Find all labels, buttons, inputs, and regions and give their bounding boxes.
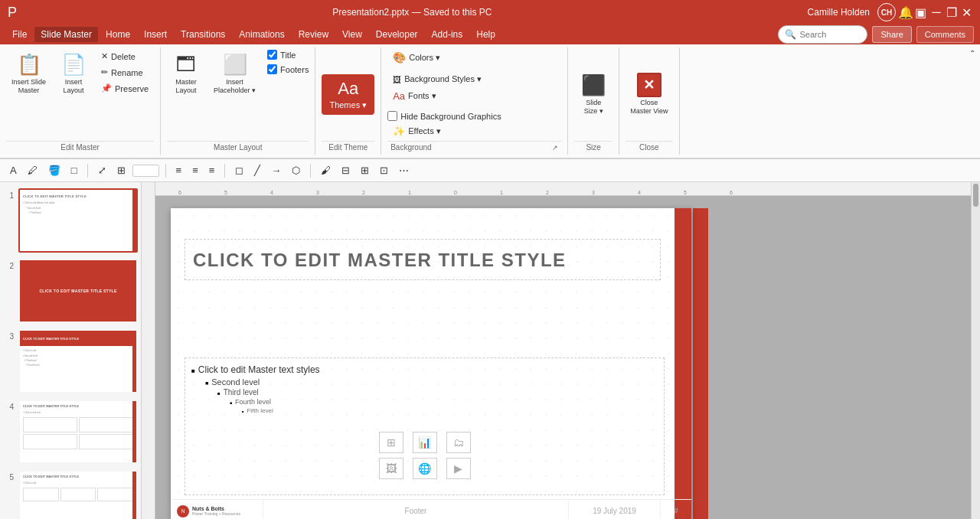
chart-icon[interactable]: 📊	[413, 432, 437, 453]
crop-button[interactable]: ⊡	[376, 162, 392, 178]
insert-slide-master-button[interactable]: 📋 Insert SlideMaster	[6, 49, 51, 99]
group-button[interactable]: ⊞	[357, 162, 373, 178]
background-styles-dropdown[interactable]: 🖼 Background Styles ▾	[387, 72, 551, 86]
bullet-2: ■	[205, 380, 208, 386]
slide-canvas-area[interactable]: CLICK TO EDIT MASTER TITLE STYLE ■ Click…	[155, 196, 971, 519]
table-icon[interactable]: ⊞	[379, 432, 403, 453]
fonts-dropdown[interactable]: Aa Fonts ▾	[387, 88, 561, 104]
hide-background-checkbox[interactable]	[387, 111, 397, 121]
close-master-view-button[interactable]: ✕ CloseMaster View	[626, 70, 672, 119]
menu-transitions[interactable]: Transitions	[175, 27, 231, 42]
arrange-button[interactable]: ⊞	[113, 162, 129, 178]
slide-preview-1[interactable]: CLICK TO EDIT MASTER TITLE STYLE • Click…	[18, 188, 138, 253]
master-layout-button[interactable]: 🗔 MasterLayout	[167, 49, 205, 99]
menu-review[interactable]: Review	[292, 27, 335, 42]
more-options-button[interactable]: ⋯	[395, 162, 413, 178]
align-left-button[interactable]: ≡	[172, 162, 186, 178]
shape-outline-button[interactable]: □	[67, 162, 81, 178]
slide-preview-5[interactable]: CLICK TO EDIT MASTER TITLE STYLE • Click…	[18, 470, 138, 519]
format-painter-button[interactable]: 🖌	[317, 162, 335, 178]
line-button[interactable]: ╱	[250, 162, 264, 178]
title-checkbox-row[interactable]: Title	[267, 49, 309, 60]
notification-bell-icon[interactable]: 🔔	[900, 7, 911, 18]
menu-developer[interactable]: Developer	[370, 27, 424, 42]
slides-panel[interactable]: 1 CLICK TO EDIT MASTER TITLE STYLE • Cli…	[0, 182, 142, 519]
footer-logo-subtitle: Power Training + Resources	[192, 511, 240, 516]
align-center-button[interactable]: ≡	[188, 162, 202, 178]
slide-size-button[interactable]: ⬛ SlideSize ▾	[574, 70, 612, 119]
shape-button[interactable]: ◻	[231, 162, 247, 178]
vertical-scrollbar[interactable]	[971, 182, 980, 519]
insert-layout-icon: 📄	[61, 53, 86, 77]
align-right-button[interactable]: ≡	[205, 162, 219, 178]
online-pictures-icon[interactable]: 🌐	[413, 458, 437, 479]
shapes-gallery-button[interactable]: ⬡	[288, 162, 304, 178]
slide-thumb-4[interactable]: 4 CLICK TO EDIT MASTER TITLE STYLE • Cli…	[3, 400, 138, 464]
themes-button[interactable]: Aa Themes ▾	[322, 74, 374, 115]
edit-master-label: Edit Master	[6, 141, 154, 153]
menu-slide-master[interactable]: Slide Master	[34, 27, 98, 42]
menu-add-ins[interactable]: Add-ins	[426, 27, 469, 42]
shape-fill-button[interactable]: 🪣	[44, 162, 64, 178]
slide-size-icon: ⬛	[581, 73, 606, 97]
preserve-button[interactable]: 📌 Preserve	[96, 81, 154, 96]
slide-thumb-2[interactable]: 2 CLICK TO EDIT MASTER TITLE STYLE	[3, 259, 138, 323]
ribbon-group-close: ✕ CloseMaster View Close	[619, 47, 679, 155]
transform-button[interactable]: ⤢	[94, 162, 110, 178]
picture-icon[interactable]: 🖼	[379, 458, 403, 479]
footers-checkbox-row[interactable]: Footers	[267, 64, 309, 75]
vertical-ruler	[142, 182, 155, 519]
menu-help[interactable]: Help	[470, 27, 501, 42]
slide-thumb-1[interactable]: 1 CLICK TO EDIT MASTER TITLE STYLE • Cli…	[3, 188, 138, 253]
scrollbar-thumb[interactable]	[973, 184, 978, 207]
main-slide[interactable]: CLICK TO EDIT MASTER TITLE STYLE ■ Click…	[171, 208, 691, 519]
slide-title-placeholder[interactable]: CLICK TO EDIT MASTER TITLE STYLE	[185, 239, 661, 280]
effects-dropdown[interactable]: ✨ Effects ▾	[387, 123, 446, 139]
font-color-button[interactable]: A	[6, 162, 21, 178]
menu-view[interactable]: View	[336, 27, 368, 42]
footers-checkbox[interactable]	[267, 64, 277, 74]
canvas-area: 6 5 4 3 2 1 0 1 2 3 4 5 6	[142, 182, 980, 519]
insert-layout-button[interactable]: 📄 InsertLayout	[54, 49, 93, 99]
colors-dropdown[interactable]: 🎨 Colors ▾	[387, 49, 551, 66]
background-expand-icon[interactable]: ↗	[552, 144, 558, 152]
menu-home[interactable]: Home	[100, 27, 136, 42]
ribbon-group-edit-master-content: 📋 Insert SlideMaster 📄 InsertLayout ✕ De…	[6, 49, 154, 139]
share-button[interactable]: Share	[872, 26, 911, 43]
font-size-input[interactable]: 10	[132, 165, 159, 177]
smartart-icon[interactable]: 🗂	[446, 432, 471, 453]
close-window-button[interactable]: ✕	[962, 7, 972, 18]
hide-background-checkbox-row[interactable]: Hide Background Graphics	[387, 110, 501, 122]
minimize-button[interactable]: ─	[931, 7, 942, 18]
slide-preview-inner-5: CLICK TO EDIT MASTER TITLE STYLE • Click…	[20, 472, 136, 519]
footer-text-area[interactable]: Footer	[263, 500, 569, 519]
ribbon-group-close-content: ✕ CloseMaster View	[626, 49, 672, 139]
slide-preview-2[interactable]: CLICK TO EDIT MASTER TITLE STYLE	[18, 259, 138, 323]
slide-preview-4[interactable]: CLICK TO EDIT MASTER TITLE STYLE • Click…	[18, 400, 138, 464]
background-label: Background ↗	[387, 141, 561, 153]
master-text-style-1: Click to edit Master text styles	[198, 364, 320, 375]
slide-thumb-3[interactable]: 3 CLICK TO EDIT MASTER TITLE STYLE • Cli…	[3, 329, 138, 393]
horizontal-ruler: 6 5 4 3 2 1 0 1 2 3 4 5 6	[155, 182, 971, 196]
slide-text-placeholder[interactable]: ■ Click to edit Master text styles ■ Sec…	[185, 357, 665, 495]
slide-thumb-5[interactable]: 5 CLICK TO EDIT MASTER TITLE STYLE • Cli…	[3, 470, 138, 519]
video-icon[interactable]: ▶	[446, 458, 471, 479]
highlight-color-button[interactable]: 🖊	[24, 162, 41, 178]
search-box[interactable]: 🔍	[778, 25, 867, 44]
menu-animations[interactable]: Animations	[233, 27, 290, 42]
collapse-ribbon-button[interactable]: ⌃	[965, 47, 980, 59]
arrange2-button[interactable]: ⊟	[338, 162, 354, 178]
ribbon-options-icon[interactable]: ▣	[916, 7, 926, 18]
comments-button[interactable]: Comments	[916, 26, 974, 43]
insert-placeholder-button[interactable]: ⬜ InsertPlaceholder ▾	[208, 49, 261, 99]
delete-button[interactable]: ✕ Delete	[96, 49, 154, 64]
rename-button[interactable]: ✏ Rename	[96, 65, 154, 80]
title-bar-left: P	[8, 5, 17, 21]
search-input[interactable]	[799, 30, 861, 39]
menu-file[interactable]: File	[6, 27, 33, 42]
slide-preview-3[interactable]: CLICK TO EDIT MASTER TITLE STYLE • Click…	[18, 329, 138, 393]
restore-button[interactable]: ❐	[946, 7, 957, 18]
title-checkbox[interactable]	[267, 50, 277, 60]
arrow-button[interactable]: →	[267, 162, 285, 178]
menu-insert[interactable]: Insert	[138, 27, 173, 42]
